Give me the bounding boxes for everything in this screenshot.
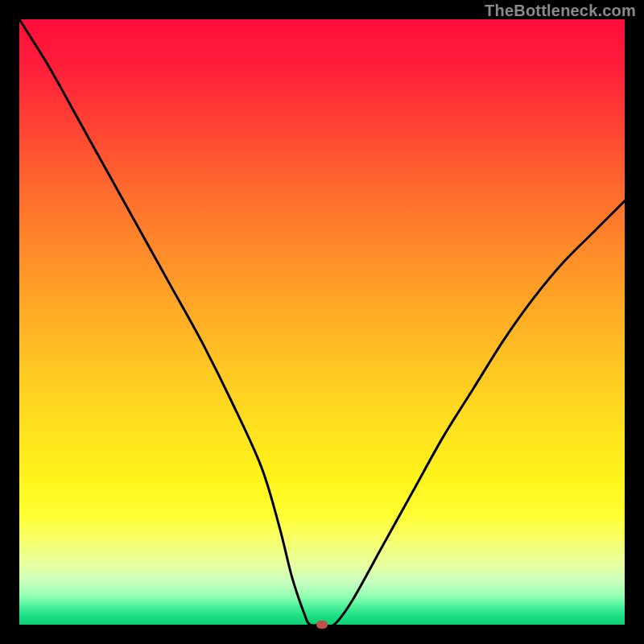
optimal-point-marker bbox=[316, 621, 328, 629]
curve-path bbox=[19, 19, 625, 625]
bottleneck-curve bbox=[19, 19, 625, 625]
gradient-plot-area bbox=[19, 19, 625, 625]
watermark-text: TheBottleneck.com bbox=[485, 2, 636, 20]
chart-frame: TheBottleneck.com bbox=[0, 0, 644, 644]
